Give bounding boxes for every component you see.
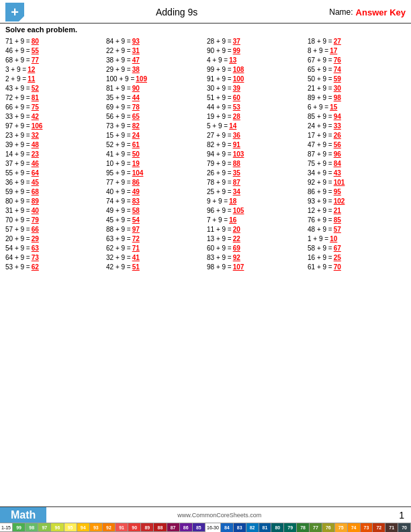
problem-answer: 19 <box>132 160 146 167</box>
problem-item: 84 + 9 =93 <box>105 37 205 46</box>
problem-text: 19 + 9 = <box>207 113 232 120</box>
score-cell: 70 <box>398 523 411 532</box>
problem-text: 27 + 9 = <box>207 132 232 139</box>
problem-item: 100 + 9 =109 <box>105 75 205 83</box>
problem-text: 88 + 9 = <box>106 226 131 233</box>
problem-text: 1 + 9 = <box>308 235 328 242</box>
problem-item: 71 + 9 =80 <box>4 37 105 46</box>
problem-text: 56 + 9 = <box>106 113 131 120</box>
problem-text: 92 + 9 = <box>308 179 332 186</box>
problem-text: 73 + 9 = <box>106 122 131 130</box>
problem-item: 34 + 9 =43 <box>306 169 407 177</box>
problem-answer: 104 <box>132 169 146 177</box>
problem-text: 29 + 9 = <box>106 66 131 73</box>
problem-answer: 57 <box>334 226 347 233</box>
score-cell: 94 <box>77 523 90 531</box>
problem-text: 3 + 9 = <box>5 66 26 73</box>
problem-item: 67 + 9 =76 <box>306 56 407 64</box>
problem-item: 76 + 9 =85 <box>306 216 407 224</box>
problem-item: 29 + 9 =38 <box>105 65 205 74</box>
footer-math-label: Math <box>0 507 46 523</box>
problem-answer: 51 <box>132 263 146 271</box>
logo-icon <box>5 3 24 21</box>
problem-answer: 59 <box>334 75 347 83</box>
problem-item: 6 + 9 =15 <box>306 103 407 112</box>
problem-answer: 93 <box>132 38 146 45</box>
problem-text: 17 + 9 = <box>308 132 332 139</box>
score-cell: 74 <box>348 523 361 532</box>
problem-answer: 65 <box>132 113 146 120</box>
problem-answer: 78 <box>132 103 146 111</box>
problem-answer: 75 <box>32 103 45 111</box>
problem-item: 77 + 9 =86 <box>105 178 205 187</box>
problem-text: 14 + 9 = <box>5 150 30 158</box>
problem-answer: 89 <box>32 197 45 205</box>
problem-text: 77 + 9 = <box>106 179 131 186</box>
problem-item: 56 + 9 =65 <box>105 112 205 121</box>
problem-answer: 98 <box>334 94 347 101</box>
problem-item: 40 + 9 =49 <box>105 187 205 196</box>
problem-answer: 25 <box>334 254 347 261</box>
problem-answer: 71 <box>132 245 146 252</box>
problem-answer: 27 <box>334 38 347 45</box>
problem-item: 79 + 9 =88 <box>205 159 306 168</box>
problem-text: 42 + 9 = <box>106 263 131 271</box>
problem-answer: 12 <box>28 66 41 73</box>
problem-answer: 26 <box>334 132 347 139</box>
problem-item: 44 + 9 =53 <box>205 103 306 112</box>
problem-text: 76 + 9 = <box>308 216 332 224</box>
problem-item: 23 + 9 =32 <box>4 131 105 140</box>
problem-text: 53 + 9 = <box>5 263 30 271</box>
problem-answer: 73 <box>32 254 45 261</box>
problem-answer: 35 <box>233 169 246 177</box>
problem-answer: 63 <box>32 245 45 252</box>
problem-text: 82 + 9 = <box>207 141 232 148</box>
problem-text: 34 + 9 = <box>308 169 332 177</box>
problem-item: 51 + 9 =60 <box>205 93 306 102</box>
answer-key-label: Answer Key <box>356 7 406 17</box>
problem-answer: 46 <box>32 160 45 167</box>
problem-text: 54 + 9 = <box>5 245 30 252</box>
problem-item: 24 + 9 =33 <box>306 122 407 130</box>
problem-text: 59 + 9 = <box>5 188 30 195</box>
problem-item: 59 + 9 =68 <box>4 187 105 196</box>
problem-item: 89 + 9 =98 <box>306 93 407 102</box>
score-cell: 92 <box>103 523 116 531</box>
problem-answer: 49 <box>132 188 146 195</box>
problem-answer: 82 <box>132 122 146 130</box>
problem-item: 96 + 9 =105 <box>205 206 306 215</box>
problem-item: 47 + 9 =56 <box>306 140 407 149</box>
problem-item: 2 + 9 =11 <box>4 75 105 83</box>
problem-text: 45 + 9 = <box>106 216 131 224</box>
problem-text: 64 + 9 = <box>5 254 30 261</box>
score-cell: 77 <box>310 523 322 532</box>
problem-text: 13 + 9 = <box>207 235 232 242</box>
problem-text: 85 + 9 = <box>308 113 332 120</box>
problem-item: 28 + 9 =37 <box>205 37 306 46</box>
problem-text: 93 + 9 = <box>308 197 332 205</box>
name-field: Name: Answer Key <box>329 7 406 17</box>
problem-item: 66 + 9 =75 <box>4 103 105 112</box>
problem-text: 55 + 9 = <box>5 169 30 177</box>
problem-answer: 77 <box>32 56 45 64</box>
problem-text: 51 + 9 = <box>207 94 232 101</box>
problem-text: 23 + 9 = <box>5 132 30 139</box>
problem-text: 80 + 9 = <box>5 197 30 205</box>
problem-item: 41 + 9 =50 <box>105 150 205 159</box>
problem-text: 8 + 9 = <box>308 47 328 54</box>
score-cell: 73 <box>361 523 373 532</box>
page-title: Adding 9s <box>24 7 329 17</box>
score-cell: 75 <box>335 523 348 532</box>
problem-item: 90 + 9 =99 <box>205 46 306 55</box>
problem-text: 46 + 9 = <box>5 47 30 54</box>
problem-text: 70 + 9 = <box>5 216 30 224</box>
problem-answer: 80 <box>32 38 45 45</box>
problem-item: 53 + 9 =62 <box>4 263 105 271</box>
problem-item: 3 + 9 =12 <box>4 65 105 74</box>
problem-answer: 10 <box>330 235 343 242</box>
problem-text: 24 + 9 = <box>308 122 332 130</box>
score-cell: 80 <box>271 523 284 532</box>
problem-text: 79 + 9 = <box>207 160 232 167</box>
problem-answer: 69 <box>233 245 246 252</box>
problem-item: 68 + 9 =77 <box>4 56 105 64</box>
